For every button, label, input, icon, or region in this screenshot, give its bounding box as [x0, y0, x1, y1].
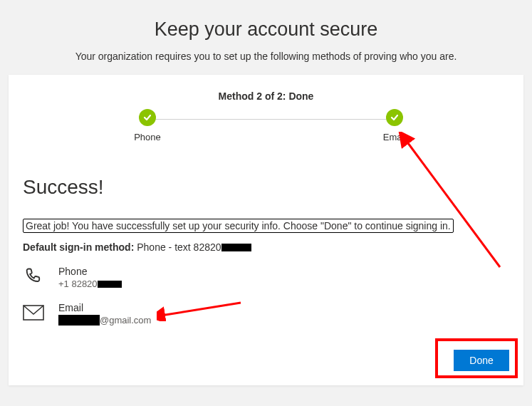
methods-header: Method 2 of 2: Done	[9, 75, 523, 102]
redacted-text	[98, 281, 122, 288]
mail-icon	[23, 302, 44, 323]
default-signin-value: Phone - text 82820	[134, 241, 221, 253]
check-icon	[386, 109, 403, 126]
progress-line	[147, 119, 395, 120]
step-email: Email	[373, 109, 416, 142]
default-signin-label: Default sign-in method:	[23, 241, 134, 253]
step-phone-label: Phone	[126, 132, 169, 142]
success-heading: Success!	[23, 176, 509, 199]
redacted-text	[221, 244, 251, 251]
redacted-text	[58, 315, 100, 326]
method-email-label: Email	[58, 302, 151, 313]
progress-tracker: Phone Email	[9, 109, 523, 159]
check-icon	[139, 109, 156, 126]
done-button[interactable]: Done	[454, 350, 509, 371]
page-title: Keep your account secure	[0, 0, 532, 41]
success-message: Great job! You have successfully set up …	[23, 219, 454, 233]
step-email-label: Email	[373, 132, 416, 142]
default-signin-line: Default sign-in method: Phone - text 828…	[23, 241, 509, 253]
method-email-value: @gmail.com	[58, 315, 151, 326]
method-row-phone: Phone +1 82820	[23, 266, 509, 289]
method-phone-value: +1 82820	[58, 279, 122, 289]
page-subtitle: Your organization requires you to set up…	[0, 51, 532, 62]
step-phone: Phone	[126, 109, 169, 142]
setup-card: Method 2 of 2: Done Phone Email Success!…	[9, 75, 523, 385]
method-phone-label: Phone	[58, 266, 122, 277]
method-row-email: Email @gmail.com	[23, 302, 509, 326]
phone-icon	[23, 266, 44, 287]
